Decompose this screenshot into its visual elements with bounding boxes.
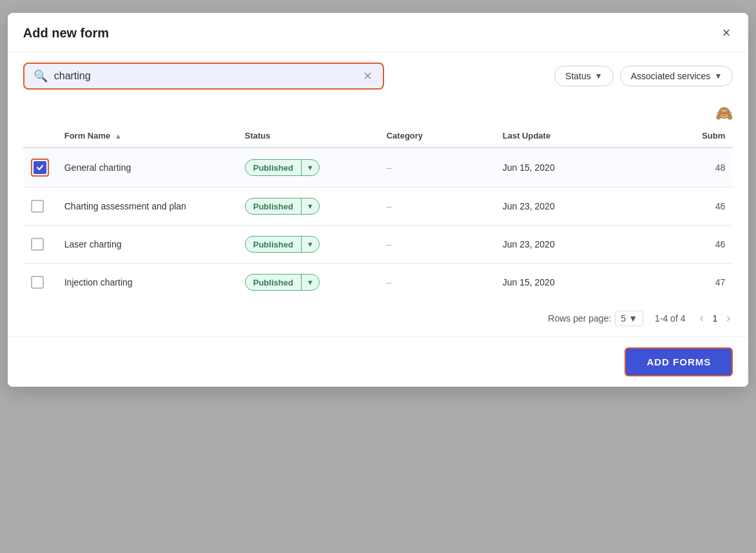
- table-container: 🙈 Form Name ▲ Status Category Last Updat…: [8, 100, 749, 336]
- submissions-cell: 47: [611, 264, 733, 302]
- status-chevron-icon: ▼: [595, 72, 603, 81]
- current-page: 1: [708, 312, 721, 325]
- table-header-row: Form Name ▲ Status Category Last Update …: [23, 124, 733, 148]
- status-cell: Published ▼: [237, 188, 379, 226]
- status-dropdown-button[interactable]: ▼: [302, 276, 319, 289]
- row-checkbox-cell: [23, 188, 57, 226]
- category-cell: –: [379, 148, 495, 188]
- filter-buttons: Status ▼ Associated services ▼: [554, 66, 733, 86]
- checkbox-unchecked[interactable]: [31, 276, 44, 289]
- rows-per-page-label: Rows per page:: [548, 313, 611, 324]
- status-badge: Published ▼: [245, 236, 320, 253]
- status-dropdown-button[interactable]: ▼: [302, 161, 319, 174]
- rows-per-page: Rows per page: 5 ▼: [548, 311, 643, 326]
- search-icon: 🔍: [34, 69, 48, 83]
- search-clear-button[interactable]: ✕: [362, 69, 374, 83]
- submissions-cell: 48: [611, 148, 733, 188]
- associated-services-chevron-icon: ▼: [714, 72, 722, 81]
- hide-columns-button[interactable]: 🙈: [715, 105, 733, 122]
- last-update-cell: Jun 23, 2020: [495, 188, 611, 226]
- rows-per-page-chevron-icon: ▼: [628, 313, 637, 324]
- row-checkbox-cell: [23, 148, 57, 188]
- prev-page-button[interactable]: ‹: [697, 310, 706, 326]
- col-header-last-update: Last Update: [495, 124, 611, 148]
- row-checkbox-cell: [23, 226, 57, 264]
- status-badge: Published ▼: [245, 274, 320, 291]
- col-header-category: Category: [379, 124, 495, 148]
- status-label: Published: [246, 199, 301, 214]
- status-filter-label: Status: [565, 71, 591, 81]
- hide-columns-icon: 🙈: [715, 105, 733, 121]
- submissions-cell: 46: [611, 188, 733, 226]
- category-value: –: [387, 277, 392, 287]
- form-name-cell: Injection charting: [57, 264, 237, 302]
- status-filter-button[interactable]: Status ▼: [554, 66, 614, 86]
- modal-header: Add new form ×: [8, 13, 749, 52]
- associated-services-filter-button[interactable]: Associated services ▼: [620, 66, 733, 86]
- status-badge: Published ▼: [245, 198, 320, 215]
- status-label: Published: [246, 160, 301, 175]
- row-checkbox-cell: [23, 264, 57, 302]
- col-header-form-name[interactable]: Form Name ▲: [57, 124, 237, 148]
- search-filter-row: 🔍 ✕ Status ▼ Associated services ▼: [8, 52, 749, 100]
- status-label: Published: [246, 275, 301, 290]
- status-dropdown-button[interactable]: ▼: [302, 238, 319, 251]
- modal-footer: ADD FORMS: [8, 336, 749, 387]
- search-input[interactable]: [54, 70, 355, 82]
- category-value: –: [387, 239, 392, 249]
- sort-icon: ▲: [115, 132, 122, 140]
- pagination-row: Rows per page: 5 ▼ 1-4 of 4 ‹ 1 ›: [23, 301, 733, 336]
- status-cell: Published ▼: [237, 148, 379, 188]
- modal-title: Add new form: [23, 26, 109, 41]
- checkbox-unchecked[interactable]: [31, 238, 44, 251]
- rows-per-page-value: 5: [621, 313, 626, 324]
- category-value: –: [387, 162, 392, 173]
- category-cell: –: [379, 188, 495, 226]
- category-value: –: [387, 201, 392, 211]
- forms-table: Form Name ▲ Status Category Last Update …: [23, 124, 733, 301]
- checkbox-checked[interactable]: [34, 161, 46, 174]
- col-header-submissions: Subm: [611, 124, 733, 148]
- last-update-cell: Jun 15, 2020: [495, 264, 611, 302]
- last-update-cell: Jun 23, 2020: [495, 226, 611, 264]
- status-cell: Published ▼: [237, 226, 379, 264]
- status-dropdown-button[interactable]: ▼: [302, 200, 319, 213]
- status-badge: Published ▼: [245, 159, 320, 176]
- page-nav: ‹ 1 ›: [697, 310, 733, 326]
- search-box: 🔍 ✕: [23, 63, 384, 90]
- table-row: Laser charting Published ▼ –Jun 23, 2020…: [23, 226, 733, 264]
- form-name-cell: General charting: [57, 148, 237, 188]
- table-toolbar: 🙈: [23, 100, 733, 124]
- checkbox-unchecked[interactable]: [31, 200, 44, 213]
- category-cell: –: [379, 264, 495, 302]
- rows-per-page-select[interactable]: 5 ▼: [615, 311, 643, 326]
- form-name-cell: Laser charting: [57, 226, 237, 264]
- col-header-check: [23, 124, 57, 148]
- add-new-form-modal: Add new form × 🔍 ✕ Status ▼ Associated s…: [8, 13, 749, 387]
- table-row: General charting Published ▼ –Jun 15, 20…: [23, 148, 733, 188]
- form-name-cell: Charting assessment and plan: [57, 188, 237, 226]
- next-page-button[interactable]: ›: [724, 310, 733, 326]
- col-header-status: Status: [237, 124, 379, 148]
- status-cell: Published ▼: [237, 264, 379, 302]
- category-cell: –: [379, 226, 495, 264]
- add-forms-button[interactable]: ADD FORMS: [625, 347, 733, 376]
- table-row: Injection charting Published ▼ –Jun 15, …: [23, 264, 733, 302]
- last-update-cell: Jun 15, 2020: [495, 148, 611, 188]
- submissions-cell: 46: [611, 226, 733, 264]
- page-range: 1-4 of 4: [655, 313, 685, 324]
- close-button[interactable]: ×: [719, 24, 733, 41]
- table-row: Charting assessment and plan Published ▼…: [23, 188, 733, 226]
- associated-services-filter-label: Associated services: [631, 71, 711, 81]
- status-label: Published: [246, 237, 301, 252]
